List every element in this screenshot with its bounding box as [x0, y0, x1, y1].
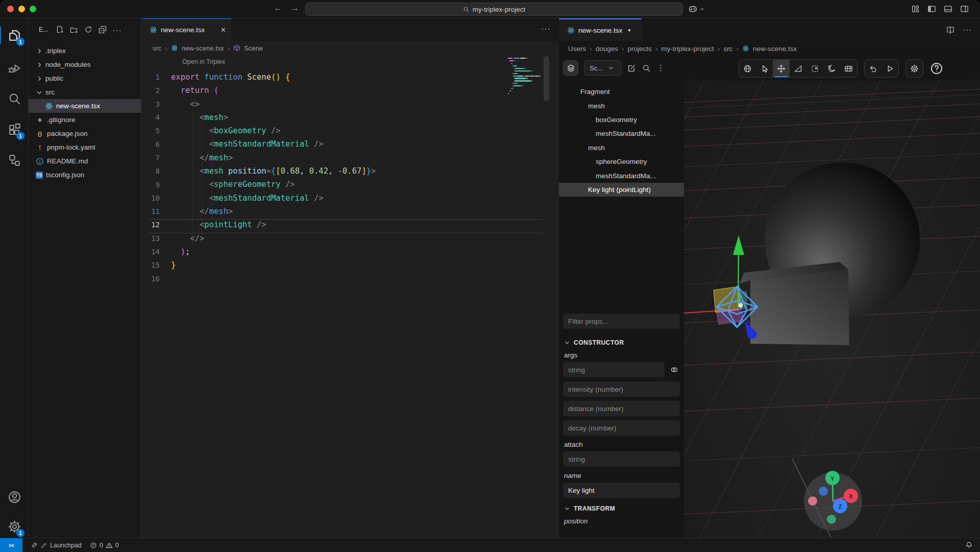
- nav-axis-neg-x[interactable]: [808, 496, 817, 506]
- bell-icon[interactable]: [965, 541, 973, 549]
- file-tree-item-readme-md[interactable]: README.md: [29, 154, 141, 168]
- path-segment[interactable]: src: [723, 45, 732, 53]
- moon-tool-button[interactable]: [823, 60, 840, 77]
- code-editor[interactable]: Open in Triplex 1export function Scene()…: [141, 55, 559, 538]
- refresh-icon[interactable]: [84, 26, 92, 34]
- move-tool-button[interactable]: [773, 60, 790, 77]
- code-line-1[interactable]: 1export function Scene() {: [141, 70, 559, 84]
- prop-input[interactable]: decay (number): [563, 420, 680, 436]
- scene-tree-item[interactable]: boxGeometry: [559, 113, 684, 127]
- code-line-7[interactable]: 7 </mesh>: [141, 151, 559, 164]
- forward-icon[interactable]: →: [290, 3, 299, 13]
- code-line-14[interactable]: 14 );: [141, 245, 559, 258]
- scene-tree-item[interactable]: Fragment: [559, 85, 684, 99]
- file-tree-item-tsconfig-json[interactable]: TStsconfig.json: [29, 168, 141, 182]
- more-actions-icon[interactable]: ···: [963, 25, 972, 34]
- editor-more-actions-icon[interactable]: ···: [541, 25, 551, 34]
- kebab-menu-icon[interactable]: ⋮: [657, 63, 665, 73]
- file-tree-item-src[interactable]: src: [29, 85, 141, 99]
- code-line-13[interactable]: 13 </>: [141, 232, 559, 245]
- prop-input[interactable]: distance (number): [563, 401, 680, 416]
- code-line-3[interactable]: 3 <>: [141, 98, 559, 111]
- tab-new-scene[interactable]: new-scene.tsx ×: [141, 18, 231, 41]
- scene-tree-item[interactable]: sphereGeometry: [559, 155, 684, 169]
- close-window-button[interactable]: [7, 6, 14, 12]
- toggle-icon[interactable]: [669, 366, 680, 374]
- prop-input[interactable]: Key light: [563, 483, 680, 498]
- sidebar-item-run-debug[interactable]: [0, 55, 29, 81]
- sidebar-item-explorer[interactable]: 1: [0, 22, 29, 48]
- sidebar-item-search[interactable]: [0, 86, 29, 111]
- file-tree-item--gitignore[interactable]: ◆.gitignore: [29, 113, 141, 127]
- close-icon[interactable]: ×: [221, 26, 226, 35]
- toggle-primary-sidebar-icon[interactable]: [927, 5, 936, 13]
- undo-tool-button[interactable]: [865, 60, 881, 77]
- code-line-11[interactable]: 11 </mesh>: [141, 205, 559, 218]
- code-line-5[interactable]: 5 <boxGeometry />: [141, 124, 559, 137]
- nav-axis-neg-z[interactable]: [819, 487, 828, 496]
- code-line-2[interactable]: 2 return (: [141, 84, 559, 97]
- settings-button[interactable]: 1: [0, 514, 29, 539]
- nav-axis-neg-y[interactable]: [827, 515, 836, 524]
- prop-input[interactable]: string: [563, 362, 665, 377]
- collapse-all-icon[interactable]: [99, 26, 107, 34]
- path-file[interactable]: new-scene.tsx: [753, 45, 797, 53]
- new-folder-icon[interactable]: [70, 26, 78, 34]
- edit-icon[interactable]: [627, 64, 636, 73]
- code-line-15[interactable]: 15}: [141, 258, 559, 272]
- breadcrumb-file[interactable]: new-scene.tsx: [182, 44, 224, 52]
- codelens-open-in-triplex[interactable]: Open in Triplex: [182, 58, 225, 65]
- help-icon[interactable]: [930, 62, 943, 75]
- file-tree-item-new-scene-tsx[interactable]: new-scene.tsx: [29, 99, 141, 113]
- code-line-12[interactable]: 12 <pointLight />: [141, 218, 559, 231]
- gear-tool-button[interactable]: [906, 60, 923, 77]
- scene-tree-item[interactable]: meshStandardMa...: [559, 127, 684, 140]
- path-segment[interactable]: projects: [628, 45, 652, 53]
- file-tree-item-node-modules[interactable]: node_modules: [29, 58, 141, 71]
- nav-axis-y[interactable]: Y: [825, 471, 840, 485]
- prop-input[interactable]: intensity (number): [563, 381, 680, 397]
- scene-tree-item[interactable]: meshStandardMa...: [559, 169, 684, 182]
- accounts-button[interactable]: [0, 484, 29, 510]
- scene-tree-item[interactable]: mesh: [559, 141, 684, 155]
- zoom-window-button[interactable]: [30, 6, 36, 12]
- remote-indicator[interactable]: ><: [0, 538, 22, 552]
- triangle-tool-button[interactable]: [790, 60, 806, 77]
- code-line-4[interactable]: 4 <mesh>: [141, 111, 559, 124]
- path-segment[interactable]: douges: [596, 45, 618, 53]
- code-line-16[interactable]: 16: [141, 272, 559, 285]
- sidebar-item-references[interactable]: [0, 147, 29, 173]
- scene-tree-item[interactable]: mesh: [559, 99, 684, 112]
- problems-item[interactable]: 0 0: [90, 542, 119, 549]
- marquee-tool-button[interactable]: [806, 60, 823, 77]
- scene-select[interactable]: Sc...: [584, 60, 621, 76]
- globe-tool-button[interactable]: [739, 60, 756, 77]
- play-tool-button[interactable]: [881, 60, 898, 77]
- path-segment[interactable]: my-triplex-project: [661, 45, 714, 53]
- copilot-menu[interactable]: [688, 4, 705, 14]
- command-center-search[interactable]: my-triplex-project: [305, 3, 683, 16]
- launchpad-item[interactable]: Launchpad: [31, 542, 82, 549]
- file-tree-item-public[interactable]: public: [29, 71, 141, 85]
- nav-axis-x[interactable]: X: [844, 489, 858, 503]
- minimap[interactable]: [508, 57, 546, 97]
- viewport-3d[interactable]: Y X Z: [684, 81, 980, 538]
- section-header-transform[interactable]: TRANSFORM: [564, 505, 680, 512]
- scene-panel-button[interactable]: [563, 60, 578, 76]
- file-tree-item--triplex[interactable]: .triplex: [29, 44, 141, 58]
- toggle-secondary-sidebar-icon[interactable]: [960, 5, 969, 13]
- scene-tree-item[interactable]: Key light (pointLight): [559, 183, 684, 197]
- nav-axis-z[interactable]: Z: [833, 499, 847, 513]
- cursor-tool-button[interactable]: [756, 60, 773, 77]
- breadcrumb-src[interactable]: src: [153, 44, 161, 52]
- toggle-panel-icon[interactable]: [944, 5, 952, 13]
- sidebar-item-extensions[interactable]: 1: [0, 116, 29, 142]
- search-icon[interactable]: [642, 64, 651, 73]
- filter-props-input[interactable]: Filter props...: [563, 314, 680, 329]
- code-line-8[interactable]: 8 <mesh position={[0.68, 0.42, -0.67]}>: [141, 164, 559, 178]
- back-icon[interactable]: ←: [274, 3, 282, 13]
- code-line-6[interactable]: 6 <meshStandardMaterial />: [141, 137, 559, 151]
- code-line-10[interactable]: 10 <meshStandardMaterial />: [141, 191, 559, 205]
- frame-tool-button[interactable]: [840, 60, 857, 77]
- split-editor-icon[interactable]: [946, 26, 954, 34]
